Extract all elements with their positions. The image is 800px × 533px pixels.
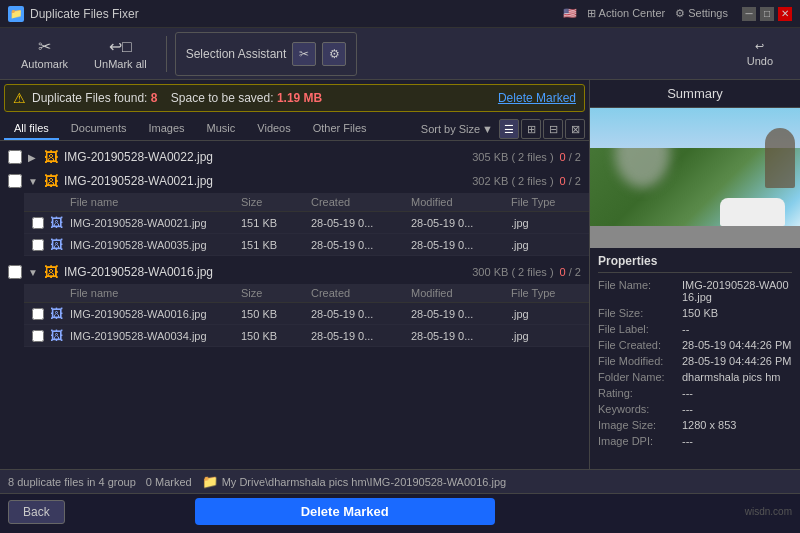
group-3-checkbox[interactable] [8, 265, 22, 279]
prop-filesize-label: File Size: [598, 307, 678, 319]
file-created: 28-05-19 0... [311, 308, 411, 320]
table-row[interactable]: 🖼 IMG-20190528-WA0016.jpg 150 KB 28-05-1… [24, 303, 589, 325]
prop-filemodified-label: File Modified: [598, 355, 678, 367]
undo-label: Undo [747, 55, 773, 67]
group-1-count: 0 / 2 [560, 151, 581, 163]
automark-icon: ✂ [38, 37, 51, 56]
prop-imagedpi: Image DPI: --- [598, 435, 792, 447]
file-checkbox[interactable] [32, 330, 44, 342]
bottom-bar: Back Delete Marked wisdn.com [0, 493, 800, 529]
view-list-button[interactable]: ☰ [499, 119, 519, 139]
tab-all-files[interactable]: All files [4, 118, 59, 140]
preview-area [590, 108, 800, 248]
group-2-checkbox[interactable] [8, 174, 22, 188]
tab-images[interactable]: Images [138, 118, 194, 140]
prop-filesize-value: 150 KB [682, 307, 718, 319]
file-type: .jpg [511, 239, 581, 251]
prop-imagesize-label: Image Size: [598, 419, 678, 431]
summary-title: Summary [590, 80, 800, 108]
unmark-all-button[interactable]: ↩□ UnMark all [83, 32, 158, 76]
tab-right-controls: Sort by Size ▼ ☰ ⊞ ⊟ ⊠ [421, 119, 585, 139]
status-count: 8 duplicate files in 4 group [8, 476, 136, 488]
title-bar-right: 🇺🇸 ⊞ Action Center ⚙ Settings [563, 7, 728, 20]
view-grid3-button[interactable]: ⊟ [543, 119, 563, 139]
info-text: Duplicate Files found: 8 Space to be sav… [32, 91, 322, 105]
warning-icon: ⚠ [13, 90, 26, 106]
group-1-checkbox[interactable] [8, 150, 22, 164]
properties-section: Properties File Name: IMG-20190528-WA001… [590, 248, 800, 469]
tab-music[interactable]: Music [197, 118, 246, 140]
delete-marked-link[interactable]: Delete Marked [498, 91, 576, 105]
file-name: IMG-20190528-WA0035.jpg [70, 239, 241, 251]
unmark-label: UnMark all [94, 58, 147, 70]
sa-btn-2[interactable]: ⚙ [322, 42, 346, 66]
minimize-button[interactable]: ─ [742, 7, 756, 21]
action-center-label[interactable]: ⊞ Action Center [587, 7, 665, 20]
group-row[interactable]: ▼ 🖼 IMG-20190528-WA0016.jpg 300 KB ( 2 f… [0, 260, 589, 284]
col-filetype-2: File Type [511, 287, 581, 299]
status-bar: 8 duplicate files in 4 group 0 Marked 📁 … [0, 469, 800, 493]
right-panel: Summary Properties File Name: IMG-201905… [590, 80, 800, 469]
prop-keywords-value: --- [682, 403, 693, 415]
group-1-marked: 0 [560, 151, 566, 163]
toolbar: ✂ Automark ↩□ UnMark all Selection Assis… [0, 28, 800, 80]
table-row[interactable]: 🖼 IMG-20190528-WA0034.jpg 150 KB 28-05-1… [24, 325, 589, 347]
tab-videos[interactable]: Videos [247, 118, 300, 140]
prop-foldername-label: Folder Name: [598, 371, 678, 383]
back-button[interactable]: Back [8, 500, 65, 524]
title-bar: 📁 Duplicate Files Fixer 🇺🇸 ⊞ Action Cent… [0, 0, 800, 28]
toolbar-divider-1 [166, 36, 167, 72]
col-check-2 [32, 287, 50, 299]
file-checkbox[interactable] [32, 308, 44, 320]
prop-filemodified-value: 28-05-19 04:44:26 PM [682, 355, 791, 367]
col-size: Size [241, 196, 311, 208]
group-2-expand-icon[interactable]: ▼ [28, 176, 38, 187]
prop-filelabel-label: File Label: [598, 323, 678, 335]
table-row[interactable]: 🖼 IMG-20190528-WA0035.jpg 151 KB 28-05-1… [24, 234, 589, 256]
close-button[interactable]: ✕ [778, 7, 792, 21]
file-name: IMG-20190528-WA0021.jpg [70, 217, 241, 229]
group-1-meta: 305 KB ( 2 files ) [472, 151, 553, 163]
group-row[interactable]: ▼ 🖼 IMG-20190528-WA0021.jpg 302 KB ( 2 f… [0, 169, 589, 193]
group-3-expand-icon[interactable]: ▼ [28, 267, 38, 278]
view-grid4-button[interactable]: ⊠ [565, 119, 585, 139]
undo-button[interactable]: ↩ Undo [730, 32, 790, 76]
properties-title: Properties [598, 254, 792, 273]
preview-road [590, 226, 800, 248]
table-row[interactable]: 🖼 IMG-20190528-WA0021.jpg 151 KB 28-05-1… [24, 212, 589, 234]
prop-filecreated: File Created: 28-05-19 04:44:26 PM [598, 339, 792, 351]
sa-btn-1[interactable]: ✂ [292, 42, 316, 66]
app-icon: 📁 [8, 6, 24, 22]
file-type: .jpg [511, 217, 581, 229]
prop-filecreated-value: 28-05-19 04:44:26 PM [682, 339, 791, 351]
col-filename: File name [70, 196, 241, 208]
preview-car-shape [720, 198, 785, 226]
maximize-button[interactable]: □ [760, 7, 774, 21]
group-1-name: IMG-20190528-WA0022.jpg [64, 150, 466, 164]
prop-foldername: Folder Name: dharmshala pics hm [598, 371, 792, 383]
sort-button[interactable]: Sort by Size ▼ [421, 123, 493, 135]
file-created: 28-05-19 0... [311, 217, 411, 229]
automark-button[interactable]: ✂ Automark [10, 32, 79, 76]
group-1-file-icon: 🖼 [44, 149, 58, 165]
group-row[interactable]: ▶ 🖼 IMG-20190528-WA0022.jpg 305 KB ( 2 f… [0, 145, 589, 169]
tab-documents[interactable]: Documents [61, 118, 137, 140]
file-created: 28-05-19 0... [311, 239, 411, 251]
delete-marked-button[interactable]: Delete Marked [195, 498, 495, 525]
group-2-marked: 0 [560, 175, 566, 187]
group-3-meta: 300 KB ( 2 files ) [472, 266, 553, 278]
settings-label[interactable]: ⚙ Settings [675, 7, 728, 20]
file-checkbox[interactable] [32, 217, 44, 229]
view-grid2-button[interactable]: ⊞ [521, 119, 541, 139]
file-checkbox[interactable] [32, 239, 44, 251]
group-1-expand-icon[interactable]: ▶ [28, 152, 38, 163]
status-filepath: My Drive\dharmshala pics hm\IMG-20190528… [222, 476, 507, 488]
file-modified: 28-05-19 0... [411, 239, 511, 251]
col-icon [50, 196, 70, 208]
file-modified: 28-05-19 0... [411, 330, 511, 342]
selection-assistant-label: Selection Assistant [186, 47, 287, 61]
prop-rating-label: Rating: [598, 387, 678, 399]
preview-people [765, 128, 795, 188]
tab-other-files[interactable]: Other Files [303, 118, 377, 140]
prop-filesize: File Size: 150 KB [598, 307, 792, 319]
